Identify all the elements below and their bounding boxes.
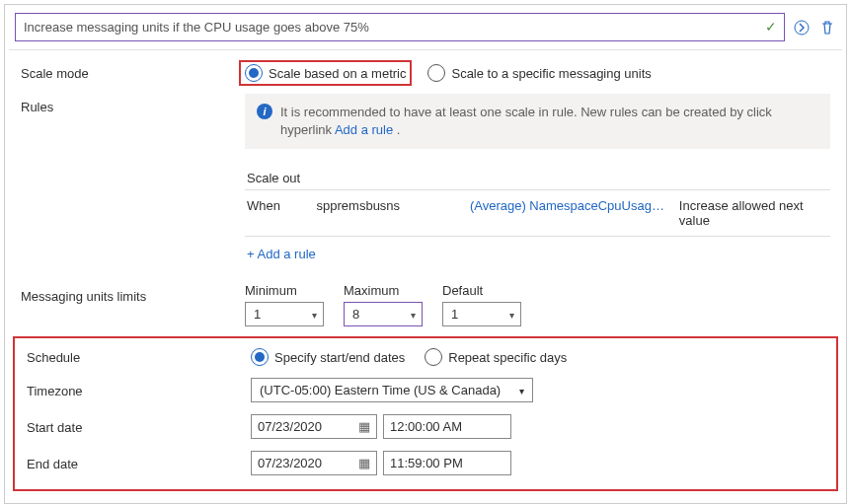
def-select[interactable]: 1▾ <box>442 302 521 326</box>
schedule-dates-label: Specify start/end dates <box>274 350 405 365</box>
scale-mode-label: Scale mode <box>13 60 245 81</box>
schedule-highlight: Schedule Specify start/end dates Repeat … <box>13 336 838 491</box>
rule-namespace: sppremsbusns <box>317 198 456 228</box>
rule-metric-link[interactable]: (Average) NamespaceCpuUsag… <box>470 198 665 228</box>
schedule-repeat-label: Repeat specific days <box>448 350 567 365</box>
rules-info-box: i It is recommended to have at least one… <box>245 94 830 149</box>
end-time-input[interactable]: 11:59:00 PM <box>383 451 511 475</box>
def-label: Default <box>442 283 521 298</box>
chevron-down-icon: ▾ <box>312 309 317 320</box>
chevron-down-icon: ▾ <box>519 385 524 396</box>
schedule-repeat-radio[interactable]: Repeat specific days <box>425 348 567 366</box>
radio-checked-icon <box>251 348 269 366</box>
svg-point-0 <box>795 21 809 35</box>
start-date-label: Start date <box>19 414 251 435</box>
add-rule-button[interactable]: + Add a rule <box>245 237 830 271</box>
schedule-label: Schedule <box>19 344 251 365</box>
rules-table-header: Scale out <box>245 167 830 189</box>
table-row: When sppremsbusns (Average) NamespaceCpu… <box>245 190 830 236</box>
timezone-select[interactable]: (UTC-05:00) Eastern Time (US & Canada)▾ <box>251 378 533 402</box>
rules-info-suffix: . <box>393 122 400 137</box>
min-label: Minimum <box>245 283 324 298</box>
end-date-input[interactable]: 07/23/2020▦ <box>251 451 377 475</box>
schedule-dates-radio[interactable]: Specify start/end dates <box>251 348 405 366</box>
timezone-label: Timezone <box>19 378 251 398</box>
radio-checked-icon <box>245 64 263 82</box>
rules-label: Rules <box>13 94 245 114</box>
scale-mode-specific-radio[interactable]: Scale to a specific messaging units <box>427 64 651 82</box>
delete-icon[interactable] <box>818 19 836 36</box>
start-time-input[interactable]: 12:00:00 AM <box>383 414 511 439</box>
max-label: Maximum <box>344 283 423 298</box>
min-select[interactable]: 1▾ <box>245 302 324 326</box>
chevron-down-icon: ▾ <box>411 309 416 320</box>
start-date-input[interactable]: 07/23/2020▦ <box>251 414 377 439</box>
scale-mode-metric-radio[interactable]: Scale based on a metric <box>245 64 406 82</box>
chevron-down-icon: ▾ <box>509 309 514 320</box>
rule-when: When <box>247 198 303 228</box>
scale-mode-specific-label: Scale to a specific messaging units <box>451 66 651 81</box>
scale-mode-metric-highlight: Scale based on a metric <box>239 60 412 86</box>
rule-action: Increase allowed next value <box>679 198 828 228</box>
limits-label: Messaging units limits <box>13 283 245 304</box>
radio-unchecked-icon <box>425 348 442 366</box>
info-icon: i <box>257 104 272 119</box>
check-icon: ✓ <box>765 19 777 35</box>
add-rule-link-inline[interactable]: Add a rule <box>335 122 393 137</box>
end-date-label: End date <box>19 451 251 471</box>
submit-arrow-icon[interactable] <box>793 19 811 36</box>
calendar-icon: ▦ <box>358 419 370 434</box>
rule-name-input[interactable] <box>15 13 785 41</box>
max-select[interactable]: 8▾ <box>344 302 423 326</box>
scale-mode-metric-label: Scale based on a metric <box>269 66 406 81</box>
calendar-icon: ▦ <box>358 456 370 470</box>
radio-unchecked-icon <box>427 64 445 82</box>
